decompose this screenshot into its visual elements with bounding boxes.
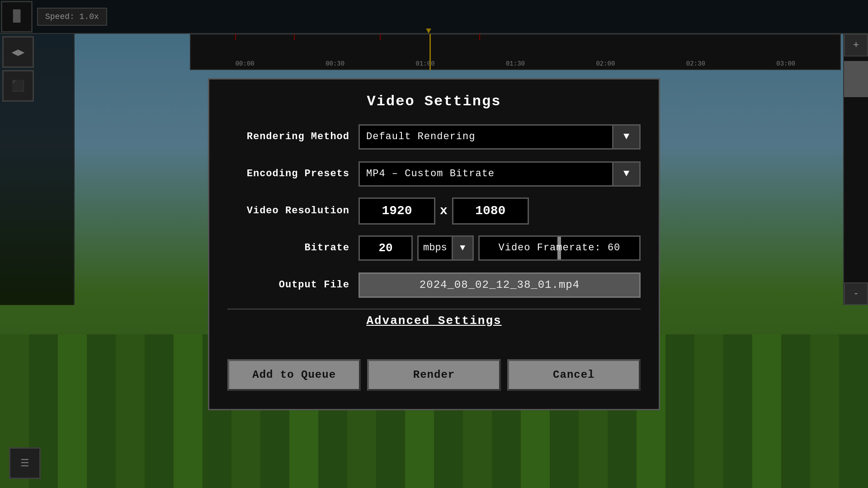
output-file-input[interactable] xyxy=(359,272,641,298)
spacer2 xyxy=(227,337,641,350)
bitrate-label: Bitrate xyxy=(227,242,359,253)
encoding-presets-control: MP4 – Custom Bitrate ▼ xyxy=(359,161,641,187)
advanced-settings-label[interactable]: Advanced Settings xyxy=(366,314,501,328)
encoding-presets-row: Encoding Presets MP4 – Custom Bitrate ▼ xyxy=(227,160,641,188)
rendering-method-dropdown[interactable]: Default Rendering ▼ xyxy=(359,124,641,150)
rendering-method-value: Default Rendering xyxy=(360,131,612,142)
video-settings-dialog: Video Settings Rendering Method Default … xyxy=(208,78,660,410)
encoding-presets-arrow[interactable]: ▼ xyxy=(612,163,639,185)
encoding-presets-value: MP4 – Custom Bitrate xyxy=(360,168,612,179)
bitrate-inputs: mbps ▼ Video Framerate: 60 xyxy=(359,235,641,261)
resolution-inputs: x xyxy=(359,197,641,225)
framerate-box: Video Framerate: 60 xyxy=(478,235,641,261)
rendering-method-arrow[interactable]: ▼ xyxy=(612,126,639,148)
spacer xyxy=(227,309,641,310)
button-row: Add to Queue Render Cancel xyxy=(227,359,641,391)
video-resolution-label: Video Resolution xyxy=(227,205,359,216)
cancel-button[interactable]: Cancel xyxy=(507,359,641,391)
render-button[interactable]: Render xyxy=(367,359,500,391)
resolution-height-input[interactable] xyxy=(452,197,529,225)
video-resolution-control: x xyxy=(359,197,641,225)
bitrate-value-input[interactable] xyxy=(359,235,413,261)
framerate-label: Video Framerate: 60 xyxy=(498,242,620,253)
rendering-method-control: Default Rendering ▼ xyxy=(359,124,641,150)
bitrate-row: Bitrate mbps ▼ Video Framerate: 60 xyxy=(227,235,641,262)
encoding-presets-label: Encoding Presets xyxy=(227,168,359,179)
bitrate-unit-dropdown[interactable]: mbps ▼ xyxy=(417,235,474,261)
dialog-title: Video Settings xyxy=(227,93,641,110)
video-resolution-row: Video Resolution x xyxy=(227,197,641,225)
encoding-presets-dropdown[interactable]: MP4 – Custom Bitrate ▼ xyxy=(359,161,641,187)
rendering-method-label: Rendering Method xyxy=(227,131,359,142)
resolution-width-input[interactable] xyxy=(359,197,435,225)
rendering-method-row: Rendering Method Default Rendering ▼ xyxy=(227,123,641,150)
resolution-separator: x xyxy=(440,204,448,218)
advanced-settings-row: Advanced Settings xyxy=(227,314,641,328)
output-file-row: Output File xyxy=(227,272,641,299)
output-file-label: Output File xyxy=(227,279,359,291)
output-file-control xyxy=(359,272,641,298)
bitrate-control: mbps ▼ Video Framerate: 60 xyxy=(359,235,641,261)
bitrate-unit-value: mbps xyxy=(419,242,452,253)
bitrate-unit-arrow[interactable]: ▼ xyxy=(452,237,472,259)
dialog-overlay: Video Settings Rendering Method Default … xyxy=(0,0,868,488)
add-to-queue-button[interactable]: Add to Queue xyxy=(227,359,361,391)
